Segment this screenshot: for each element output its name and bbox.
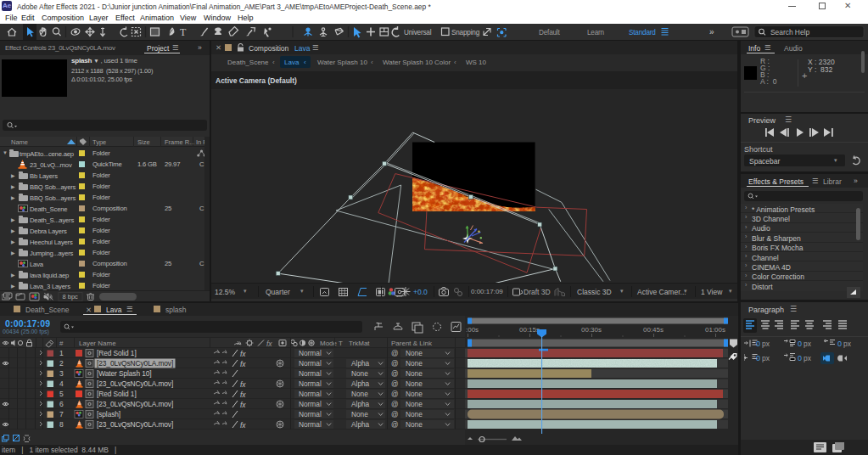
svg-text:0: 0 bbox=[837, 340, 842, 348]
svg-text:Normal: Normal bbox=[299, 420, 322, 429]
svg-text:px: px bbox=[762, 340, 770, 348]
svg-text:Normal: Normal bbox=[299, 410, 322, 418]
svg-text:T: T bbox=[339, 340, 343, 347]
svg-text:@: @ bbox=[391, 400, 398, 408]
svg-text:Search Help: Search Help bbox=[770, 28, 809, 37]
svg-text:@: @ bbox=[391, 379, 398, 388]
svg-text:[23_0LvQsNCy0LA.mov]: [23_0LvQsNCy0LA.mov] bbox=[97, 359, 173, 368]
svg-text:0: 0 bbox=[756, 354, 760, 362]
svg-text:@: @ bbox=[391, 410, 398, 418]
svg-text:1: 1 bbox=[59, 349, 64, 357]
svg-text:None: None bbox=[406, 390, 423, 398]
svg-text:Alpha: Alpha bbox=[351, 379, 370, 388]
svg-text:Normal: Normal bbox=[299, 359, 322, 368]
svg-text:@: @ bbox=[391, 420, 398, 429]
svg-text:None: None bbox=[351, 369, 368, 378]
svg-text:@: @ bbox=[391, 359, 398, 368]
svg-text:0: 0 bbox=[798, 340, 802, 348]
svg-text:fx: fx bbox=[266, 340, 272, 348]
svg-text:fx: fx bbox=[240, 401, 246, 409]
svg-text:None: None bbox=[406, 420, 423, 429]
svg-text:8 bpc: 8 bpc bbox=[63, 293, 79, 301]
svg-text:px: px bbox=[804, 354, 812, 362]
svg-text:None: None bbox=[351, 390, 368, 398]
svg-text:@: @ bbox=[391, 390, 398, 398]
svg-text:Universal: Universal bbox=[404, 29, 432, 37]
svg-text:Standard: Standard bbox=[629, 29, 656, 37]
svg-text:00:45s: 00:45s bbox=[643, 326, 664, 334]
svg-text:Normal: Normal bbox=[299, 400, 322, 408]
svg-text:[Water Splash 10]: [Water Splash 10] bbox=[97, 369, 152, 378]
svg-text:Snapping: Snapping bbox=[451, 29, 480, 37]
svg-text:TrkMat: TrkMat bbox=[349, 340, 370, 347]
svg-text:»: » bbox=[709, 27, 714, 37]
svg-text:01:00s: 01:00s bbox=[705, 326, 725, 334]
svg-text:None: None bbox=[406, 349, 423, 357]
svg-text:Normal: Normal bbox=[299, 369, 322, 378]
svg-text:8: 8 bbox=[59, 420, 64, 429]
svg-text:00:15s: 00:15s bbox=[519, 326, 540, 334]
svg-text:Normal: Normal bbox=[299, 379, 322, 388]
svg-text:@: @ bbox=[391, 349, 398, 357]
svg-text:None: None bbox=[351, 410, 368, 418]
svg-text:Alpha: Alpha bbox=[351, 359, 370, 368]
svg-text:px: px bbox=[762, 354, 770, 362]
svg-text:[23_0LvQsNCy0LA.mov]: [23_0LvQsNCy0LA.mov] bbox=[97, 379, 173, 388]
svg-text:[Red Solid 1]: [Red Solid 1] bbox=[97, 349, 137, 357]
svg-text:fx: fx bbox=[240, 380, 246, 389]
svg-text:Default: Default bbox=[539, 29, 560, 37]
svg-text:00:30s: 00:30s bbox=[581, 326, 602, 334]
svg-text:None: None bbox=[406, 400, 423, 408]
svg-text:[Red Solid 1]: [Red Solid 1] bbox=[97, 390, 137, 398]
svg-text:Normal: Normal bbox=[299, 349, 322, 357]
svg-text:#: # bbox=[59, 340, 64, 347]
svg-text:Learn: Learn bbox=[587, 29, 605, 37]
svg-text:fx: fx bbox=[240, 421, 246, 430]
svg-text:[23_0LvQsNCy0LA.mov]: [23_0LvQsNCy0LA.mov] bbox=[97, 420, 173, 429]
svg-text:fx: fx bbox=[240, 350, 246, 358]
svg-text:0: 0 bbox=[756, 340, 760, 348]
svg-text:Parent & Link: Parent & Link bbox=[391, 340, 433, 347]
svg-text:6: 6 bbox=[59, 400, 64, 408]
svg-text:7: 7 bbox=[59, 410, 64, 418]
svg-text:T: T bbox=[180, 26, 187, 38]
svg-text:5: 5 bbox=[59, 390, 64, 398]
svg-text:4: 4 bbox=[59, 379, 64, 388]
svg-text:px: px bbox=[804, 340, 812, 348]
svg-text:None: None bbox=[406, 379, 423, 388]
svg-text:fx: fx bbox=[240, 390, 246, 399]
svg-text:2: 2 bbox=[59, 359, 64, 368]
svg-text:3: 3 bbox=[59, 369, 64, 378]
svg-text:0: 0 bbox=[798, 354, 802, 362]
svg-text:px: px bbox=[843, 340, 852, 348]
svg-text:None: None bbox=[406, 359, 423, 368]
svg-text:fx: fx bbox=[240, 360, 246, 368]
svg-text::00s: :00s bbox=[466, 326, 479, 334]
svg-text:Alpha: Alpha bbox=[351, 400, 370, 408]
svg-text:None: None bbox=[406, 369, 423, 378]
svg-text:@: @ bbox=[391, 369, 398, 378]
svg-text:Alpha: Alpha bbox=[351, 420, 370, 429]
svg-text:Normal: Normal bbox=[299, 390, 322, 398]
svg-text:None: None bbox=[406, 410, 423, 418]
svg-text:[splash]: [splash] bbox=[97, 410, 120, 418]
svg-text:Layer Name: Layer Name bbox=[79, 340, 116, 347]
svg-text:[23_0LvQsNCy0LA.mov]: [23_0LvQsNCy0LA.mov] bbox=[97, 400, 173, 408]
